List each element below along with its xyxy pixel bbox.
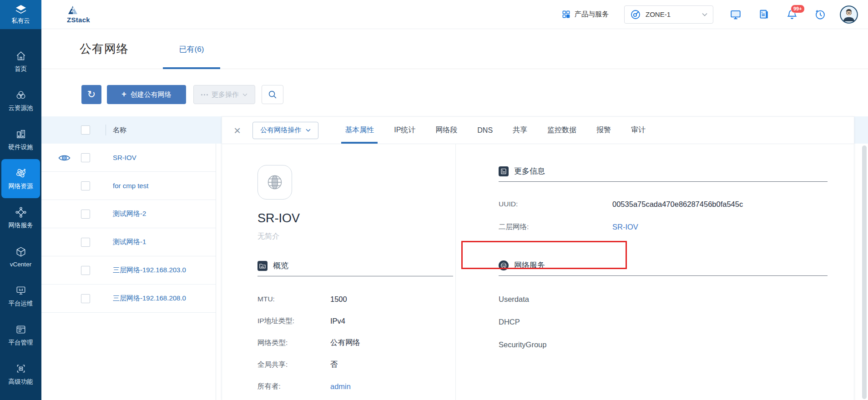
page-title: 公有网络 xyxy=(80,41,129,57)
sidebar-item-label: 高级功能 xyxy=(9,378,33,386)
row-checkbox[interactable] xyxy=(81,266,90,275)
network-name[interactable]: 测试网络-1 xyxy=(113,238,146,246)
main-content: 公有网络 已有(6) ↻ + 创建公有网络 更多操作 名称 xyxy=(41,29,868,400)
scrollbar-thumb[interactable] xyxy=(862,145,867,399)
table-row[interactable]: 测试网络-2 xyxy=(41,200,216,228)
tab-ip-stats[interactable]: IP统计 xyxy=(394,117,415,144)
table-row[interactable]: SR-IOV xyxy=(41,144,216,172)
service-list: Userdata DHCP SecurityGroup xyxy=(499,288,828,356)
header-divider xyxy=(106,125,106,135)
sidebar-item-label: 首页 xyxy=(15,65,27,73)
tab-monitoring[interactable]: 监控数据 xyxy=(547,117,576,144)
tab-alerts[interactable]: 报警 xyxy=(596,117,611,144)
select-all-checkbox[interactable] xyxy=(81,125,90,135)
plus-icon: + xyxy=(121,90,126,99)
row-checkbox[interactable] xyxy=(81,238,90,247)
detail-network-name: SR-IOV xyxy=(257,211,453,225)
topbar-right: 产品与服务 ZONE-1 99+ xyxy=(562,5,868,24)
sidebar-item-platform-ops[interactable]: 平台运维 xyxy=(0,276,41,315)
overview-divider xyxy=(257,276,453,276)
tab-share[interactable]: 共享 xyxy=(513,117,527,144)
clock-icon xyxy=(814,9,826,20)
docs-button[interactable] xyxy=(758,9,770,20)
row-checkbox[interactable] xyxy=(81,153,90,162)
platform-ops-icon xyxy=(15,285,27,296)
tab-audit[interactable]: 审计 xyxy=(631,117,646,144)
sidebar-item-advanced[interactable]: 高级功能 xyxy=(0,355,41,394)
sidebar: 私有云 首页 云资源池 硬件设施 网络资源 网络服务 xyxy=(0,0,41,400)
network-services-divider xyxy=(499,275,828,276)
overview-icon xyxy=(257,261,267,271)
refresh-button[interactable]: ↻ xyxy=(81,85,101,104)
sidebar-item-vcenter[interactable]: vCenter xyxy=(0,237,41,276)
top-header: ZStack 产品与服务 ZONE-1 99+ xyxy=(41,0,868,29)
sidebar-item-label: 平台运维 xyxy=(9,300,33,308)
kv-row-owner: 所有者: admin xyxy=(257,375,453,397)
network-avatar xyxy=(257,165,292,200)
l2-network-link[interactable]: SR-IOV xyxy=(612,223,638,231)
sidebar-item-cloud-pool[interactable]: 云资源池 xyxy=(0,81,41,120)
cloud-pool-icon xyxy=(15,89,27,101)
logo-text: ZStack xyxy=(67,16,90,24)
close-icon[interactable]: × xyxy=(234,125,241,136)
table-row[interactable]: for cmp test xyxy=(41,172,216,200)
user-avatar[interactable] xyxy=(840,5,858,24)
console-button[interactable] xyxy=(730,9,742,20)
overview-rows: MTU: 1500 IP地址类型: IPv4 网络类型: 公有网络 全局共享 xyxy=(257,288,453,397)
zstack-logo[interactable]: ZStack xyxy=(67,5,90,24)
sidebar-item-label: vCenter xyxy=(10,261,31,268)
row-checkbox[interactable] xyxy=(81,181,90,190)
history-button[interactable] xyxy=(814,9,826,20)
globe-icon xyxy=(265,172,285,192)
create-public-network-button[interactable]: + 创建公有网络 xyxy=(107,85,186,104)
search-icon xyxy=(267,90,278,100)
detail-left-column: SR-IOV 无简介 概览 MTU: 1500 xyxy=(257,144,453,397)
network-name[interactable]: 测试网络-2 xyxy=(113,210,146,218)
row-checkbox[interactable] xyxy=(81,210,90,219)
products-services-button[interactable]: 产品与服务 xyxy=(562,10,609,19)
row-checkbox[interactable] xyxy=(81,294,90,303)
tab-existing[interactable]: 已有(6) xyxy=(163,29,220,69)
sidebar-item-network-resources[interactable]: 网络资源 xyxy=(1,159,40,198)
network-name[interactable]: SR-IOV xyxy=(113,154,136,161)
column-header-name: 名称 xyxy=(113,116,126,144)
notifications-button[interactable]: 99+ xyxy=(786,9,798,20)
sidebar-brand-private-cloud[interactable]: 私有云 xyxy=(0,0,41,29)
tab-dns[interactable]: DNS xyxy=(477,117,493,144)
owner-link[interactable]: admin xyxy=(330,382,351,391)
more-actions-button[interactable]: 更多操作 xyxy=(193,85,255,104)
detail-body: SR-IOV 无简介 概览 MTU: 1500 xyxy=(222,144,854,400)
network-name[interactable]: 三层网络-192.168.208.0 xyxy=(113,294,186,303)
sidebar-item-label: 硬件设施 xyxy=(9,143,33,151)
zone-select[interactable]: ZONE-1 xyxy=(624,5,713,24)
advanced-features-icon xyxy=(15,363,27,375)
network-name[interactable]: 三层网络-192.168.203.0 xyxy=(113,266,186,275)
table-row[interactable]: 三层网络-192.168.208.0 xyxy=(41,285,216,313)
more-info-icon xyxy=(499,166,509,176)
network-services-icon xyxy=(15,206,27,218)
kv-row-uuid: UUID: 00535a75cada470e86287456b0fa545c xyxy=(499,193,828,215)
zone-value: ZONE-1 xyxy=(646,10,671,18)
network-actions-dropdown[interactable]: 公有网络操作 xyxy=(252,122,318,139)
search-button[interactable] xyxy=(262,85,283,104)
chevron-down-icon xyxy=(702,13,707,16)
more-dots-icon xyxy=(201,94,208,96)
network-name[interactable]: for cmp test xyxy=(113,182,148,190)
table-row[interactable]: 测试网络-1 xyxy=(41,228,216,256)
network-services-section-header: 网络服务 xyxy=(499,260,828,270)
kv-label: 网络类型: xyxy=(257,338,330,348)
tab-network-segment[interactable]: 网络段 xyxy=(435,117,457,144)
sidebar-item-network-services[interactable]: 网络服务 xyxy=(0,198,41,237)
sidebar-item-home[interactable]: 首页 xyxy=(0,42,41,81)
sidebar-item-hardware[interactable]: 硬件设施 xyxy=(0,120,41,159)
tab-basic-properties[interactable]: 基本属性 xyxy=(345,117,374,144)
detail-panel: × 公有网络操作 基本属性 IP统计 网络段 DNS 共享 监控数据 报警 审计 xyxy=(222,116,854,400)
network-list: SR-IOV for cmp test 测试网络-2 测试网络-1 三层网络-1… xyxy=(41,144,216,400)
kv-row-network-type: 网络类型: 公有网络 xyxy=(257,332,453,354)
overview-section-header: 概览 xyxy=(257,260,453,271)
kv-row-mtu: MTU: 1500 xyxy=(257,288,453,310)
kv-row-ip-type: IP地址类型: IPv4 xyxy=(257,310,453,332)
sidebar-item-platform-mgmt[interactable]: 平台管理 xyxy=(0,315,41,355)
table-row[interactable]: 三层网络-192.168.203.0 xyxy=(41,256,216,285)
more-info-section-header: 更多信息 xyxy=(499,166,828,176)
